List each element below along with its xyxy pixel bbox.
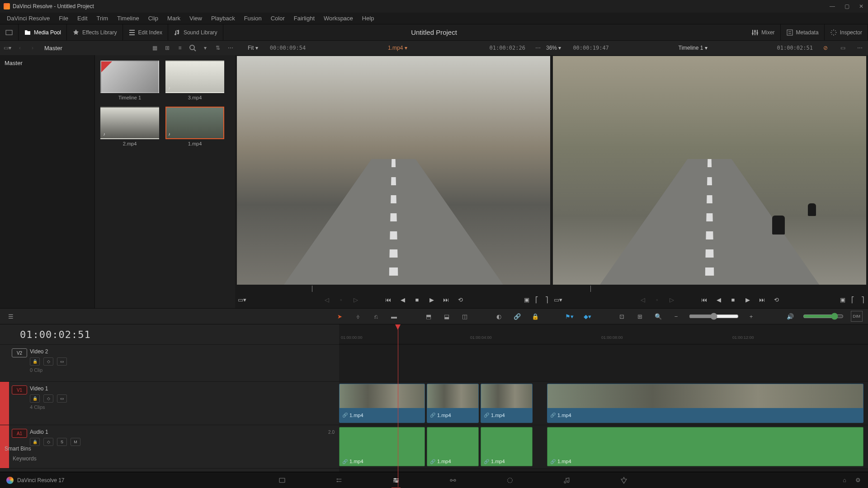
timeline-name-dropdown[interactable]: Timeline 1 ▾ xyxy=(617,45,769,51)
page-deliver[interactable] xyxy=(616,472,632,488)
v2-auto-button[interactable]: ◇ xyxy=(43,357,53,366)
clip-2mp4[interactable]: ♪ 2.mp4 xyxy=(100,107,159,146)
rec-in-button[interactable]: ⎡ xyxy=(849,295,856,305)
lock-button[interactable]: 🔒 xyxy=(530,311,541,322)
page-fairlight[interactable] xyxy=(559,472,575,488)
v1-clip-2[interactable]: 1.mp4 xyxy=(427,384,479,423)
page-media[interactable] xyxy=(274,472,290,488)
menu-edit[interactable]: Edit xyxy=(73,14,91,23)
inspector-button[interactable]: Inspector xyxy=(825,24,868,41)
menu-workspace[interactable]: Workspace xyxy=(320,14,357,23)
rec-play-button[interactable]: ▶ xyxy=(743,295,753,305)
menu-fairlight[interactable]: Fairlight xyxy=(290,14,319,23)
thumb-mode-button[interactable]: ▦ xyxy=(150,43,159,52)
v2-disable-button[interactable]: ▭ xyxy=(57,357,67,366)
selection-tool-button[interactable]: ➤ xyxy=(335,311,345,322)
src-out-button[interactable]: ⎤ xyxy=(543,295,550,305)
v1-clip-3[interactable]: 1.mp4 xyxy=(481,384,533,423)
record-screen[interactable] xyxy=(553,56,866,285)
trim-tool-button[interactable]: ⎀ xyxy=(353,311,363,322)
pool-options-button[interactable]: ⋯ xyxy=(226,43,235,52)
v1-clip-4[interactable]: 1.mp4 xyxy=(547,384,863,423)
sound-library-button[interactable]: Sound Library xyxy=(168,24,223,41)
timeline-tracks[interactable]: 01:00:00:00 01:00:04:00 01:00:08:00 01:0… xyxy=(339,324,868,487)
clip-3mp4[interactable]: ♪ 3.mp4 xyxy=(165,61,224,100)
src-in-button[interactable]: ⎡ xyxy=(533,295,540,305)
v1-clip-1[interactable]: 1.mp4 xyxy=(339,384,425,423)
menu-help[interactable]: Help xyxy=(358,14,378,23)
page-cut[interactable] xyxy=(331,472,347,488)
lane-v1[interactable]: 1.mp4 1.mp4 1.mp4 1.mp4 xyxy=(339,381,868,425)
menu-view[interactable]: View xyxy=(185,14,206,23)
menu-trim[interactable]: Trim xyxy=(93,14,113,23)
v1-auto-button[interactable]: ◇ xyxy=(43,394,53,403)
a1-clip-2[interactable]: 1.mp4 xyxy=(427,427,479,466)
metadata-button[interactable]: Metadata xyxy=(781,24,825,41)
zoom-detail-button[interactable]: ⊞ xyxy=(635,311,646,322)
timeline-ruler[interactable]: 01:00:00:00 01:00:04:00 01:00:08:00 01:0… xyxy=(339,324,868,344)
v1-disable-button[interactable]: ▭ xyxy=(57,394,67,403)
v1-lock-button[interactable]: 🔒 xyxy=(30,394,40,403)
lane-v2[interactable] xyxy=(339,344,868,381)
page-edit[interactable] xyxy=(388,472,404,488)
src-play-button[interactable]: ▶ xyxy=(427,295,437,305)
rec-first-button[interactable]: ⏮ xyxy=(699,295,709,305)
home-button[interactable]: ⌂ xyxy=(843,477,846,483)
page-fusion[interactable] xyxy=(445,472,461,488)
list-mode-button[interactable]: ≡ xyxy=(175,43,184,52)
zoom-fit-button[interactable]: ⊡ xyxy=(617,311,627,322)
src-first-button[interactable]: ⏮ xyxy=(383,295,393,305)
record-layout-button[interactable]: ▭▾ xyxy=(553,295,563,305)
track-head-v1[interactable]: V1 Video 1 🔒 ◇ ▭ 4 Clips xyxy=(0,381,339,425)
bypass-button[interactable]: ⊘ xyxy=(821,43,830,52)
source-options-button[interactable]: ⋯ xyxy=(533,43,542,52)
timeline-view-options-button[interactable]: ☰ xyxy=(5,311,16,322)
playhead[interactable] xyxy=(398,324,398,487)
zoom-out-button[interactable]: − xyxy=(671,311,682,322)
menu-playback[interactable]: Playback xyxy=(207,14,239,23)
zoom-in-button[interactable]: + xyxy=(746,311,757,322)
track-head-v2[interactable]: V2 Video 2 🔒 ◇ ▭ 0 Clip xyxy=(0,344,339,381)
menu-davinci[interactable]: DaVinci Resolve xyxy=(3,14,54,23)
record-scrubber[interactable] xyxy=(553,286,866,292)
mixer-button[interactable]: Mixer xyxy=(746,24,780,41)
grid-mode-button[interactable]: ⊞ xyxy=(163,43,172,52)
full-extent-button[interactable] xyxy=(0,24,19,41)
v2-lock-button[interactable]: 🔒 xyxy=(30,357,40,366)
source-matchframe-button[interactable]: ▭▾ xyxy=(237,295,247,305)
replace-button[interactable]: ◫ xyxy=(459,311,470,322)
search-button[interactable] xyxy=(188,43,197,52)
marker-button[interactable]: ◆▾ xyxy=(582,311,593,322)
rec-out-button[interactable]: ⎤ xyxy=(859,295,866,305)
rec-prev-button[interactable]: ◀ xyxy=(714,295,724,305)
source-scrubber[interactable] xyxy=(237,286,550,292)
bin-view-button[interactable]: ▭▾ xyxy=(3,43,12,52)
src-last-button[interactable]: ⏭ xyxy=(441,295,451,305)
source-clip-name[interactable]: 1.mp4 ▾ xyxy=(314,45,481,51)
src-matchframe-button[interactable]: ▣ xyxy=(523,295,530,305)
zoom-dropdown[interactable]: 36% ▾ xyxy=(542,44,565,52)
filter-chevron[interactable]: ▾ xyxy=(201,43,210,52)
menu-mark[interactable]: Mark xyxy=(163,14,184,23)
keywords-bin[interactable]: Keywords xyxy=(5,454,90,464)
a1-clip-3[interactable]: 1.mp4 xyxy=(481,427,533,466)
page-color[interactable] xyxy=(502,472,518,488)
blade-tool-button[interactable]: ▬ xyxy=(389,311,400,322)
clip-timeline1[interactable]: Timeline 1 xyxy=(100,61,159,100)
maximize-button[interactable]: ▢ xyxy=(844,3,850,9)
mute-button[interactable]: 🔊 xyxy=(785,311,796,322)
menu-file[interactable]: File xyxy=(55,14,72,23)
rec-stop-button[interactable]: ■ xyxy=(728,295,738,305)
clip-1mp4[interactable]: ♪ 1.mp4 xyxy=(165,107,224,146)
smart-bins-heading[interactable]: Smart Bins xyxy=(5,444,90,454)
rec-last-button[interactable]: ⏭ xyxy=(757,295,767,305)
rec-loop-button[interactable]: ⟲ xyxy=(772,295,782,305)
record-options-button[interactable]: ⋯ xyxy=(855,43,864,52)
nav-fwd-button[interactable]: › xyxy=(28,43,37,52)
effects-library-button[interactable]: Effects Library xyxy=(67,24,123,41)
menu-fusion[interactable]: Fusion xyxy=(240,14,266,23)
media-pool-button[interactable]: Media Pool xyxy=(19,24,67,41)
fit-dropdown[interactable]: Fit ▾ xyxy=(244,44,262,52)
menu-clip[interactable]: Clip xyxy=(144,14,162,23)
master-bin[interactable]: Master xyxy=(5,58,90,68)
